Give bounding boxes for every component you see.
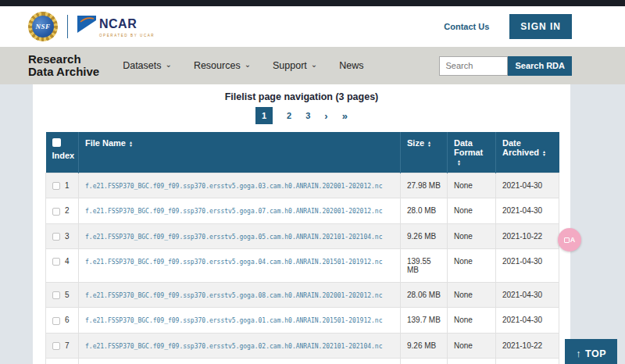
back-to-top-button[interactable]: ↑ TOP — [565, 339, 617, 364]
data-format-cell: None — [448, 173, 496, 198]
table-row: 8f.e21.FSSP370_BGC.f09_f09.ssp370.ersstv… — [46, 359, 559, 364]
nsf-logo-text: NSF — [32, 16, 54, 37]
date-archived-cell: 2021-04-30 — [496, 283, 559, 308]
search-input[interactable] — [439, 56, 508, 76]
row-index: 2 — [65, 206, 70, 215]
row-index-cell: 2 — [46, 198, 79, 223]
file-name-cell: f.e21.FSSP370_BGC.f09_f09.ssp370.ersstv5… — [79, 198, 401, 223]
nav-menu: Datasets ⌄ Resources ⌄ Support ⌄ News — [123, 60, 363, 71]
nav-item-news[interactable]: News — [339, 60, 363, 71]
contact-us-link[interactable]: Contact Us — [444, 22, 489, 31]
row-checkbox[interactable] — [52, 342, 60, 350]
sign-in-button[interactable]: SIGN IN — [509, 14, 572, 39]
translate-icon — [564, 237, 570, 243]
column-header-file-name[interactable]: File Name▲▼ — [79, 132, 401, 173]
page-content: Filelist page navigation (3 pages) 1 2 3… — [33, 84, 570, 364]
file-size-cell: 139.78 MB — [401, 359, 448, 364]
nav-item-datasets[interactable]: Datasets ⌄ — [123, 60, 172, 71]
row-checkbox[interactable] — [52, 233, 60, 241]
sort-icon[interactable]: ▲▼ — [129, 141, 133, 148]
data-format-cell: None — [448, 283, 496, 308]
ncar-logo[interactable]: NCAR Operated by UCAR — [77, 16, 155, 37]
ncar-mountain-icon — [77, 16, 96, 33]
date-archived-cell: 2021-04-30 — [496, 198, 559, 223]
row-index: 6 — [65, 316, 70, 324]
file-name-link[interactable]: f.e21.FSSP370_BGC.f09_f09.ssp370.ersstv5… — [85, 234, 383, 241]
chevron-down-icon: ⌄ — [166, 61, 172, 69]
pagination: 1 2 3 › » — [33, 107, 570, 124]
select-all-checkbox[interactable] — [52, 138, 61, 147]
row-index-cell: 3 — [46, 223, 79, 248]
row-checkbox[interactable] — [52, 317, 60, 325]
page-button-3[interactable]: 3 — [305, 111, 310, 120]
chevron-down-icon: ⌄ — [245, 61, 251, 69]
row-index-cell: 6 — [46, 308, 79, 333]
file-name-link[interactable]: f.e21.FSSP370_BGC.f09_f09.ssp370.ersstv5… — [85, 317, 383, 324]
file-size-cell: 9.26 MB — [401, 333, 448, 358]
file-name-cell: f.e21.FSSP370_BGC.f09_f09.ssp370.ersstv5… — [79, 249, 401, 283]
file-name-link[interactable]: f.e21.FSSP370_BGC.f09_f09.ssp370.ersstv5… — [85, 259, 383, 266]
ncar-logo-subtext: Operated by UCAR — [99, 34, 155, 37]
file-name-cell: f.e21.FSSP370_BGC.f09_f09.ssp370.ersstv5… — [79, 283, 401, 308]
page-button-2[interactable]: 2 — [287, 111, 291, 120]
sort-icon[interactable]: ▲▼ — [457, 159, 461, 166]
nav-item-support[interactable]: Support ⌄ — [273, 60, 317, 71]
file-name-link[interactable]: f.e21.FSSP370_BGC.f09_f09.ssp370.ersstv5… — [85, 183, 383, 190]
translate-button[interactable]: A — [558, 228, 581, 252]
row-checkbox[interactable] — [52, 182, 60, 190]
column-header-date-archived[interactable]: Date Archived▲▼ — [496, 132, 559, 173]
row-checkbox[interactable] — [52, 208, 60, 216]
file-name-link[interactable]: f.e21.FSSP370_BGC.f09_f09.ssp370.ersstv5… — [85, 208, 383, 215]
search-rda-button[interactable]: Search RDA — [508, 56, 572, 76]
date-archived-cell: 2021-04-30 — [496, 249, 559, 283]
file-size-cell: 9.26 MB — [401, 223, 448, 248]
file-name-link[interactable]: f.e21.FSSP370_BGC.f09_f09.ssp370.ersstv5… — [85, 292, 383, 299]
sort-icon[interactable]: ▲▼ — [427, 141, 431, 148]
table-row: 3f.e21.FSSP370_BGC.f09_f09.ssp370.ersstv… — [46, 223, 559, 248]
table-row: 4f.e21.FSSP370_BGC.f09_f09.ssp370.ersstv… — [46, 249, 559, 283]
row-index-cell: 1 — [46, 173, 79, 198]
ncar-logo-text: NCAR — [99, 17, 137, 31]
arrow-up-icon: ↑ — [576, 348, 581, 359]
window-top-strip — [0, 0, 625, 6]
page-button-1[interactable]: 1 — [255, 107, 273, 124]
row-checkbox[interactable] — [52, 258, 60, 266]
row-checkbox[interactable] — [52, 291, 60, 299]
table-row: 5f.e21.FSSP370_BGC.f09_f09.ssp370.ersstv… — [46, 283, 559, 308]
row-index: 7 — [65, 341, 70, 350]
row-index-cell: 7 — [46, 333, 79, 358]
logo-group: NSF NCAR Operated by UCAR — [28, 12, 155, 41]
date-archived-cell: 2021-04-30 — [496, 173, 559, 198]
file-name-cell: f.e21.FSSP370_BGC.f09_f09.ssp370.ersstv5… — [79, 333, 401, 358]
column-header-size[interactable]: Size▲▼ — [401, 132, 448, 173]
date-archived-cell: 2021-04-30 — [496, 308, 559, 333]
file-name-cell: f.e21.FSSP370_BGC.f09_f09.ssp370.ersstv5… — [79, 359, 401, 364]
file-name-cell: f.e21.FSSP370_BGC.f09_f09.ssp370.ersstv5… — [79, 173, 401, 198]
filelist-table: Index File Name▲▼ Size▲▼ Data Format▲▼ D… — [45, 132, 559, 364]
data-format-cell: None — [448, 308, 496, 333]
row-index-cell: 4 — [46, 249, 79, 283]
column-header-index[interactable]: Index — [46, 132, 79, 173]
date-archived-cell: 2021-10-22 — [496, 223, 559, 248]
site-header: NSF NCAR Operated by UCAR Contact Us SIG… — [0, 6, 625, 47]
nav-item-resources[interactable]: Resources ⌄ — [194, 60, 251, 71]
filelist-pagination-title: Filelist page navigation (3 pages) — [33, 91, 570, 102]
date-archived-cell: 2021-10-22 — [496, 333, 559, 358]
sort-icon[interactable]: ▲▼ — [542, 150, 546, 157]
file-size-cell: 28.06 MB — [401, 283, 448, 308]
brand-title[interactable]: Research Data Archive — [28, 53, 99, 78]
file-name-link[interactable]: f.e21.FSSP370_BGC.f09_f09.ssp370.ersstv5… — [85, 343, 383, 350]
column-header-data-format[interactable]: Data Format▲▼ — [448, 132, 496, 173]
file-name-cell: f.e21.FSSP370_BGC.f09_f09.ssp370.ersstv5… — [79, 223, 401, 248]
data-format-cell: None — [448, 198, 496, 223]
row-index: 5 — [65, 291, 70, 299]
table-row: 2f.e21.FSSP370_BGC.f09_f09.ssp370.ersstv… — [46, 198, 559, 223]
file-size-cell: 139.7 MB — [401, 308, 448, 333]
row-index-cell: 8 — [46, 359, 79, 364]
data-format-cell: None — [448, 333, 496, 358]
nsf-logo[interactable]: NSF — [28, 12, 58, 41]
row-index-cell: 5 — [46, 283, 79, 308]
page-next-icon[interactable]: › — [324, 110, 327, 122]
row-index: 3 — [65, 232, 70, 241]
page-last-icon[interactable]: » — [342, 110, 348, 122]
